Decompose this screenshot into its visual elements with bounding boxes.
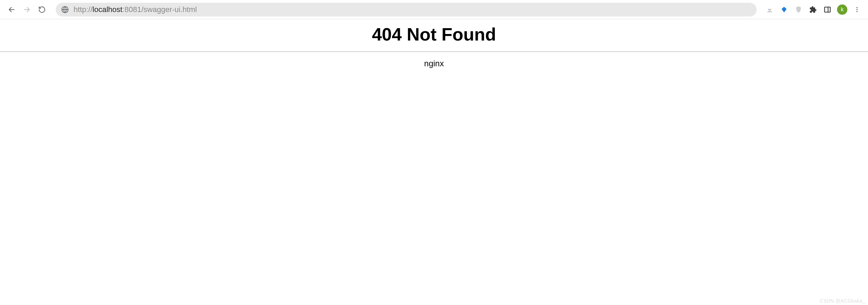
url-host: localhost — [93, 5, 122, 14]
toolbar-right: k — [762, 4, 865, 15]
svg-point-8 — [856, 11, 857, 12]
divider — [0, 52, 868, 52]
forward-button[interactable] — [21, 3, 33, 16]
svg-point-7 — [856, 9, 857, 10]
svg-rect-4 — [825, 7, 831, 12]
error-title: 404 Not Found — [0, 24, 868, 45]
profile-avatar[interactable]: k — [837, 4, 847, 15]
avatar-initial: k — [841, 7, 844, 13]
extension-shield-icon[interactable] — [794, 5, 803, 14]
arrow-right-icon — [23, 6, 31, 13]
extensions-puzzle-icon[interactable] — [808, 5, 818, 14]
page-content: 404 Not Found nginx — [0, 24, 868, 68]
svg-point-6 — [856, 7, 857, 8]
browser-toolbar: http://localhost:8081/swagger-ui.html k — [0, 0, 868, 19]
url-scheme: http:// — [74, 5, 93, 14]
url-path: /swagger-ui.html — [141, 5, 197, 14]
reload-button[interactable] — [36, 3, 48, 16]
server-line: nginx — [0, 59, 868, 68]
extension-diamond-icon[interactable] — [779, 5, 789, 14]
address-bar[interactable]: http://localhost:8081/swagger-ui.html — [56, 3, 757, 16]
downloads-icon[interactable] — [765, 5, 774, 14]
browser-menu-button[interactable] — [852, 5, 862, 14]
reload-icon — [38, 6, 46, 13]
kebab-icon — [854, 6, 860, 13]
back-button[interactable] — [6, 3, 18, 16]
url-text: http://localhost:8081/swagger-ui.html — [74, 5, 197, 14]
side-panel-icon[interactable] — [823, 5, 832, 14]
watermark: CSDN @ACGkaka_ — [820, 298, 865, 304]
nav-buttons — [3, 3, 50, 16]
url-port: :8081 — [122, 5, 141, 14]
arrow-left-icon — [8, 6, 15, 13]
site-info-icon[interactable] — [61, 6, 69, 13]
